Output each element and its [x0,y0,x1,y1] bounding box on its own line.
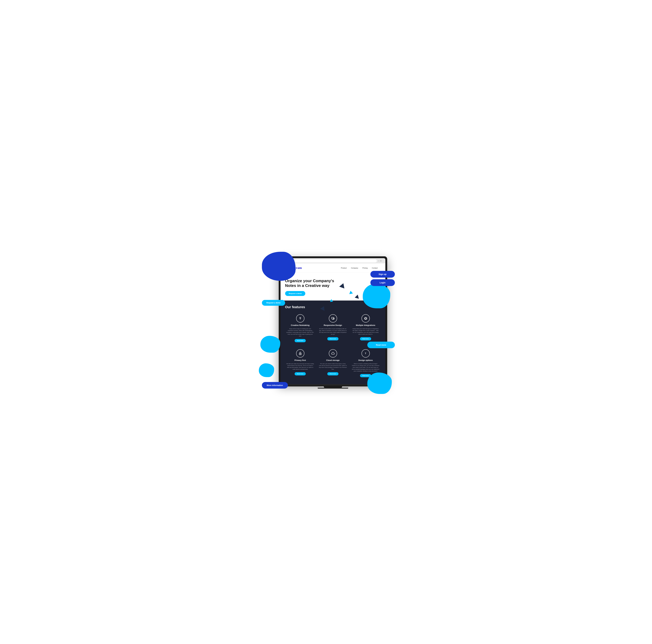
browser-action-icons: ☆ ⊟ ⋮ [378,260,384,262]
icon-responsive-design [329,314,337,323]
laptop-screen: × ☆ ⊟ ⋮ Memogram Product [280,258,385,384]
blob-cyan-mid-left [259,364,274,377]
feature-title-5: Cloud storage [319,359,347,362]
address-bar[interactable] [295,260,377,263]
svg-text:T: T [365,352,366,355]
feature-read-more-2[interactable]: Read more [327,337,338,341]
features-heading: Our features [285,305,381,309]
icon-privacy [296,349,304,357]
nav-link-contact[interactable]: Contact [372,267,378,269]
demo-button[interactable]: Request a demo [262,300,285,306]
feature-card-creative-notetaking: Creative Notetaking Enjoy various ways o… [285,313,316,345]
svg-point-6 [300,354,300,354]
website-content: Memogram Product Company Pricing Contact… [280,263,385,384]
floating-read-more-button[interactable]: Read more [367,342,395,348]
signup-button[interactable]: Sign up [371,271,395,277]
laptop-stand [324,386,342,388]
icon-design-options: T [361,349,370,357]
blob-blue-bottom-right [367,373,392,394]
feature-desc-1: Enjoy various ways of creating your own … [287,328,314,337]
floating-demo-cta: Request a demo [262,300,285,306]
feature-read-more-1[interactable]: Read more [295,339,306,342]
hero-heading: Organize your Company's Notes in a Creat… [285,278,337,288]
triangle-cyan-1 [349,290,353,294]
nav-link-pricing[interactable]: Pricing [362,267,368,269]
icon-creative-notetaking [296,314,304,323]
feature-desc-3: Easily share your notes through our inte… [352,328,380,335]
icon-cloud-storage [329,349,337,357]
nav-links: Product Company Pricing Contact [341,266,378,269]
star-icon: ☆ [378,260,380,262]
feature-card-privacy: Privacy first We take your data very ser… [285,348,316,380]
bookmark-icon: ⊟ [380,260,382,262]
feature-desc-4: We take your data very seriously and kee… [287,363,314,370]
feature-title-6: Design options [352,359,380,362]
more-info-button[interactable]: More information [262,382,288,388]
blob-dark-top-left [262,252,296,281]
nav-link-product[interactable]: Product [341,267,347,269]
laptop-foot [318,388,348,388]
feature-desc-5: Per user, you receive initial Cloud spac… [319,363,347,370]
blob-blue-top-right [363,284,390,308]
feature-title-4: Privacy first [287,359,314,362]
feature-card-responsive-design: Responsive Design Be able to work either… [318,313,348,345]
floating-signup-cta: Sign up [371,271,395,277]
floating-more-info-cta: More information [262,382,288,388]
features-grid: Creative Notetaking Enjoy various ways o… [285,313,381,380]
floating-login-cta: Login [371,279,395,286]
feature-title-3: Multiple Integrations [352,324,380,327]
feature-card-integrations: Multiple Integrations Easily share your … [351,313,381,345]
feature-read-more-3[interactable]: Read more [360,337,371,341]
floating-read-more-cta: Read more [367,342,395,348]
nav-link-company[interactable]: Company [351,267,358,269]
website-nav: Memogram Product Company Pricing Contact [280,263,385,272]
hero-demo-button[interactable]: Request a demo [285,291,305,296]
menu-icon: ⋮ [382,260,384,262]
scene: × ☆ ⊟ ⋮ Memogram Product [257,247,395,397]
svg-marker-4 [365,318,366,319]
feature-card-cloud: Cloud storage Per user, you receive init… [318,348,348,380]
feature-title-2: Responsive Design [319,324,347,327]
feature-desc-2: Be able to work either on your worklapto… [319,328,347,335]
browser-chrome: × ☆ ⊟ ⋮ [280,258,385,263]
blob-blue-mid-left [261,336,280,353]
login-button[interactable]: Login [371,279,395,286]
feature-desc-6: What is Creative notetaking without desi… [352,363,380,372]
feature-title-1: Creative Notetaking [287,324,314,327]
feature-read-more-4[interactable]: Read more [295,372,306,375]
feature-read-more-5[interactable]: Read more [327,372,338,375]
triangle-cyan-2 [330,299,333,302]
icon-integrations [361,314,370,323]
